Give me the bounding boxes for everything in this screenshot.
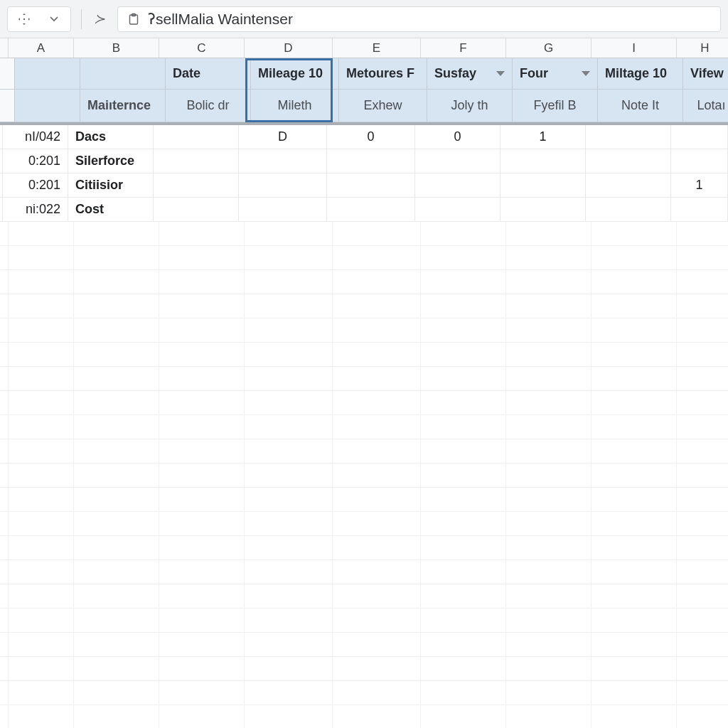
cell-H-3[interactable]: 1: [671, 173, 728, 198]
cell-A-4[interactable]: ni:022: [3, 198, 68, 222]
cell-B-1[interactable]: Dacs: [68, 125, 154, 149]
cell-B-4[interactable]: Cost: [68, 198, 154, 222]
table-row: ni:022Cost: [0, 198, 728, 222]
table-row: 0:201Silerforce: [0, 149, 728, 173]
h1-G[interactable]: Four: [513, 58, 598, 90]
col-letter-B[interactable]: B: [74, 38, 159, 58]
h2-D[interactable]: Mileth: [251, 90, 339, 122]
cell-G-4[interactable]: [500, 198, 586, 222]
h1-H[interactable]: Vifew: [683, 58, 728, 90]
cell-C-1[interactable]: [154, 125, 239, 149]
cell-C-4[interactable]: [154, 198, 239, 222]
cell-H-2[interactable]: [671, 149, 728, 173]
cell-H-4[interactable]: [671, 198, 728, 222]
cell-D-4[interactable]: [239, 198, 327, 222]
cell-H-1[interactable]: [671, 125, 728, 149]
cell-I-2[interactable]: [586, 149, 671, 173]
h2-C[interactable]: Bolic dr: [166, 90, 251, 122]
cell-E-3[interactable]: [327, 173, 415, 198]
cell-F-1[interactable]: 0: [415, 125, 500, 149]
spreadsheet-grid[interactable]: A B C D E F G I H Date Mileage 10 Metour…: [0, 38, 728, 728]
col-letter-C[interactable]: C: [159, 38, 245, 58]
h2-F[interactable]: Joly th: [427, 90, 513, 122]
cell-I-3[interactable]: [586, 173, 671, 198]
h1-D[interactable]: Mileage 10: [251, 58, 339, 90]
h1-A[interactable]: [15, 58, 80, 90]
formula-input[interactable]: [148, 11, 712, 28]
chevron-down-icon[interactable]: [46, 11, 62, 27]
h2-I[interactable]: Note It: [598, 90, 683, 122]
table-row: nI/042DacsD001: [0, 125, 728, 149]
col-letter-E[interactable]: E: [333, 38, 421, 58]
formula-bar[interactable]: [117, 6, 721, 32]
move-icon: [16, 11, 32, 27]
column-letters-row: A B C D E F G I H: [0, 38, 728, 58]
cell-B-2[interactable]: Silerforce: [68, 149, 154, 173]
cell-C-3[interactable]: [154, 173, 239, 198]
header-row-2: Maiıternce Bolic dr Mileth Exhew Joly th…: [0, 90, 728, 122]
col-letter-F[interactable]: F: [421, 38, 506, 58]
cell-C-2[interactable]: [154, 149, 239, 173]
h2-G[interactable]: Fyefil B: [513, 90, 598, 122]
col-letter-G[interactable]: G: [506, 38, 592, 58]
h1-G-label: Four: [520, 66, 548, 81]
h1-B[interactable]: [80, 58, 166, 90]
cell-D-2[interactable]: [239, 149, 327, 173]
cell-F-4[interactable]: [415, 198, 500, 222]
row-stub: [0, 58, 15, 90]
table-row: 0:201Citiisior1: [0, 173, 728, 198]
cell-D-3[interactable]: [239, 173, 327, 198]
cell-G-1[interactable]: 1: [500, 125, 586, 149]
cell-G-3[interactable]: [500, 173, 586, 198]
cell-A-3[interactable]: 0:201: [3, 173, 68, 198]
filter-icon[interactable]: [496, 71, 505, 76]
empty-grid-area[interactable]: [0, 222, 728, 728]
h1-E[interactable]: Metoures F: [339, 58, 427, 90]
corner-stub[interactable]: [0, 38, 9, 58]
col-letter-I[interactable]: I: [592, 38, 677, 58]
clipboard-icon: [127, 12, 141, 26]
cell-G-2[interactable]: [500, 149, 586, 173]
h1-I[interactable]: Miltage 10: [598, 58, 683, 90]
fx-arrow-icon[interactable]: ≻: [92, 11, 107, 27]
cell-E-1[interactable]: 0: [327, 125, 415, 149]
col-letter-H[interactable]: H: [677, 38, 728, 58]
h1-F[interactable]: Susfay: [427, 58, 513, 90]
cell-B-3[interactable]: Citiisior: [68, 173, 154, 198]
cell-F-2[interactable]: [415, 149, 500, 173]
cell-I-1[interactable]: [586, 125, 671, 149]
toolbar-divider: [81, 9, 82, 29]
cell-I-4[interactable]: [586, 198, 671, 222]
col-letter-D[interactable]: D: [245, 38, 333, 58]
h2-H[interactable]: Lotaı: [683, 90, 728, 122]
data-rows: nI/042DacsD001 0:201Silerforce 0:201Citi…: [0, 125, 728, 222]
h2-A[interactable]: [15, 90, 80, 122]
row-stub: [0, 90, 15, 122]
header-row-1: Date Mileage 10 Metoures F Susfay Four M…: [0, 58, 728, 90]
filter-icon[interactable]: [582, 71, 590, 76]
cell-E-4[interactable]: [327, 198, 415, 222]
h2-E[interactable]: Exhew: [339, 90, 427, 122]
h1-F-label: Susfay: [434, 66, 476, 81]
cell-D-1[interactable]: D: [239, 125, 327, 149]
name-box[interactable]: [7, 6, 71, 32]
cell-A-1[interactable]: nI/042: [3, 125, 68, 149]
cell-F-3[interactable]: [415, 173, 500, 198]
h2-B[interactable]: Maiıternce: [80, 90, 166, 122]
h1-C[interactable]: Date: [166, 58, 251, 90]
col-letter-A[interactable]: A: [9, 38, 74, 58]
cell-E-2[interactable]: [327, 149, 415, 173]
cell-A-2[interactable]: 0:201: [3, 149, 68, 173]
toolbar: ≻: [0, 0, 728, 38]
